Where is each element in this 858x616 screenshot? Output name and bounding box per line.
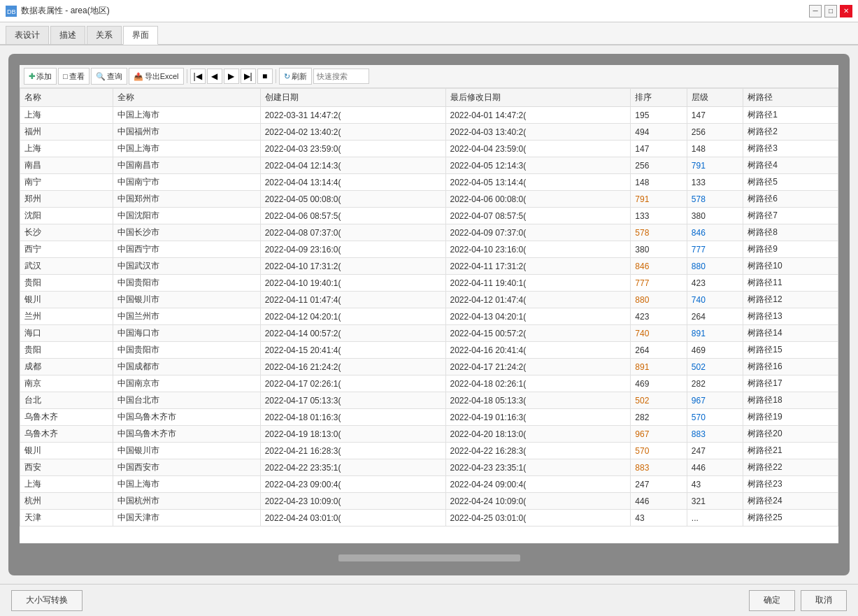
cell-treepath: 树路径4 (743, 157, 838, 174)
cell-level: 777 (687, 241, 743, 258)
table-row[interactable]: 银川 中国银川市 2022-04-11 01:47:4( 2022-04-12 … (20, 292, 838, 308)
table-row[interactable]: 沈阳 中国沈阳市 2022-04-06 08:57:5( 2022-04-07 … (20, 208, 838, 224)
cell-fullname: 中国长沙市 (113, 224, 260, 241)
maximize-button[interactable]: □ (824, 5, 837, 17)
nav-last[interactable]: ▶| (241, 69, 256, 84)
col-fullname[interactable]: 全称 (113, 89, 260, 107)
cell-level: 133 (687, 174, 743, 191)
tab-describe[interactable]: 描述 (50, 26, 85, 44)
table-row[interactable]: 郑州 中国郑州市 2022-04-05 00:08:0( 2022-04-06 … (20, 191, 838, 208)
quick-search-input[interactable] (313, 69, 369, 84)
cell-sort: 570 (631, 443, 687, 459)
table-row[interactable]: 西安 中国西安市 2022-04-22 23:35:1( 2022-04-23 … (20, 459, 838, 476)
table-row[interactable]: 贵阳 中国贵阳市 2022-04-10 19:40:1( 2022-04-11 … (20, 275, 838, 292)
window-controls: ─ □ ✕ (809, 5, 852, 17)
cell-modified: 2022-04-18 02:26:1( (445, 375, 631, 392)
table-row[interactable]: 台北 中国台北市 2022-04-17 05:13:3( 2022-04-18 … (20, 392, 838, 409)
tab-relation[interactable]: 关系 (87, 26, 122, 44)
tab-table-design[interactable]: 表设计 (6, 26, 49, 44)
app-icon: DB (6, 6, 17, 17)
cell-modified: 2022-04-13 04:20:1( (445, 308, 631, 325)
cell-sort: 846 (631, 258, 687, 275)
table-row[interactable]: 银川 中国银川市 2022-04-21 16:28:3( 2022-04-22 … (20, 443, 838, 459)
cell-name: 南京 (20, 375, 113, 392)
cell-treepath: 树路径19 (743, 409, 838, 426)
refresh-button[interactable]: ↻ 刷新 (279, 68, 312, 85)
cell-level: 147 (687, 107, 743, 124)
tab-interface[interactable]: 界面 (123, 26, 158, 45)
export-button[interactable]: 📤 导出Excel (129, 68, 184, 85)
col-treepath[interactable]: 树路径 (743, 89, 838, 107)
col-created[interactable]: 创建日期 (260, 89, 445, 107)
cell-treepath: 树路径7 (743, 208, 838, 224)
cell-name: 台北 (20, 392, 113, 409)
cell-sort: 880 (631, 292, 687, 308)
cell-fullname: 中国武汉市 (113, 258, 260, 275)
cell-treepath: 树路径3 (743, 141, 838, 157)
plus-icon: ✚ (29, 72, 35, 81)
col-name[interactable]: 名称 (20, 89, 113, 107)
table-row[interactable]: 天津 中国天津市 2022-04-24 03:01:0( 2022-04-25 … (20, 510, 838, 527)
table-row[interactable]: 长沙 中国长沙市 2022-04-08 07:37:0( 2022-04-09 … (20, 224, 838, 241)
minimize-button[interactable]: ─ (809, 5, 822, 17)
cell-created: 2022-04-12 04:20:1( (260, 308, 445, 325)
table-row[interactable]: 西宁 中国西宁市 2022-04-09 23:16:0( 2022-04-10 … (20, 241, 838, 258)
table-row[interactable]: 乌鲁木齐 中国乌鲁木齐市 2022-04-18 01:16:3( 2022-04… (20, 409, 838, 426)
col-level[interactable]: 层级 (687, 89, 743, 107)
main-content: ✚ 添加 □ 查看 🔍 查询 📤 导出Excel |◀ ◀ ▶ (0, 45, 858, 584)
cell-level: 883 (687, 426, 743, 443)
cell-modified: 2022-04-05 13:14:4( (445, 174, 631, 191)
col-modified[interactable]: 最后修改日期 (445, 89, 631, 107)
bottom-right-buttons: 确定 取消 (749, 590, 847, 611)
nav-next[interactable]: ▶ (224, 69, 239, 84)
query-button[interactable]: 🔍 查询 (91, 68, 127, 85)
cell-sort: 740 (631, 325, 687, 342)
cancel-button[interactable]: 取消 (801, 590, 847, 611)
cell-name: 南昌 (20, 157, 113, 174)
cell-sort: 891 (631, 359, 687, 375)
nav-stop[interactable]: ■ (257, 69, 273, 84)
confirm-button[interactable]: 确定 (749, 590, 795, 611)
table-row[interactable]: 南昌 中国南昌市 2022-04-04 12:14:3( 2022-04-05 … (20, 157, 838, 174)
cell-treepath: 树路径1 (743, 107, 838, 124)
cell-name: 乌鲁木齐 (20, 409, 113, 426)
cell-created: 2022-04-21 16:28:3( (260, 443, 445, 459)
refresh-icon: ↻ (284, 72, 290, 81)
view-button[interactable]: □ 查看 (58, 68, 90, 85)
title-bar: DB 数据表属性 - area(地区) ─ □ ✕ (0, 0, 858, 22)
table-row[interactable]: 上海 中国上海市 2022-04-23 09:00:4( 2022-04-24 … (20, 476, 838, 493)
table-row[interactable]: 武汉 中国武汉市 2022-04-10 17:31:2( 2022-04-11 … (20, 258, 838, 275)
cell-created: 2022-04-08 07:37:0( (260, 224, 445, 241)
close-button[interactable]: ✕ (840, 5, 852, 17)
cell-sort: 380 (631, 241, 687, 258)
data-table-wrap[interactable]: 名称 全称 创建日期 最后修改日期 排序 层级 树路径 上海 中国上海市 202… (20, 88, 838, 543)
cell-modified: 2022-04-23 23:35:1( (445, 459, 631, 476)
cell-modified: 2022-04-25 03:01:0( (445, 510, 631, 527)
cell-created: 2022-03-31 14:47:2( (260, 107, 445, 124)
table-row[interactable]: 兰州 中国兰州市 2022-04-12 04:20:1( 2022-04-13 … (20, 308, 838, 325)
nav-first[interactable]: |◀ (190, 69, 206, 84)
table-row[interactable]: 南宁 中国南宁市 2022-04-04 13:14:4( 2022-04-05 … (20, 174, 838, 191)
cell-fullname: 中国天津市 (113, 510, 260, 527)
table-row[interactable]: 贵阳 中国贵阳市 2022-04-15 20:41:4( 2022-04-16 … (20, 342, 838, 359)
cell-modified: 2022-04-06 00:08:0( (445, 191, 631, 208)
table-row[interactable]: 乌鲁木齐 中国乌鲁木齐市 2022-04-19 18:13:0( 2022-04… (20, 426, 838, 443)
table-row[interactable]: 成都 中国成都市 2022-04-16 21:24:2( 2022-04-17 … (20, 359, 838, 375)
add-button[interactable]: ✚ 添加 (24, 68, 57, 85)
tab-bar: 表设计 描述 关系 界面 (0, 22, 858, 45)
table-row[interactable]: 海口 中国海口市 2022-04-14 00:57:2( 2022-04-15 … (20, 325, 838, 342)
cell-name: 西宁 (20, 241, 113, 258)
table-row[interactable]: 杭州 中国杭州市 2022-04-23 10:09:0( 2022-04-24 … (20, 493, 838, 510)
col-sort[interactable]: 排序 (631, 89, 687, 107)
case-convert-button[interactable]: 大小写转换 (11, 590, 83, 611)
nav-prev[interactable]: ◀ (207, 69, 222, 84)
cell-level: 846 (687, 224, 743, 241)
table-row[interactable]: 上海 中国上海市 2022-03-31 14:47:2( 2022-04-01 … (20, 107, 838, 124)
table-row[interactable]: 上海 中国上海市 2022-04-03 23:59:0( 2022-04-04 … (20, 141, 838, 157)
cell-created: 2022-04-03 23:59:0( (260, 141, 445, 157)
table-row[interactable]: 福州 中国福州市 2022-04-02 13:40:2( 2022-04-03 … (20, 124, 838, 141)
cell-name: 杭州 (20, 493, 113, 510)
data-table: 名称 全称 创建日期 最后修改日期 排序 层级 树路径 上海 中国上海市 202… (20, 88, 838, 527)
cell-created: 2022-04-14 00:57:2( (260, 325, 445, 342)
table-row[interactable]: 南京 中国南京市 2022-04-17 02:26:1( 2022-04-18 … (20, 375, 838, 392)
